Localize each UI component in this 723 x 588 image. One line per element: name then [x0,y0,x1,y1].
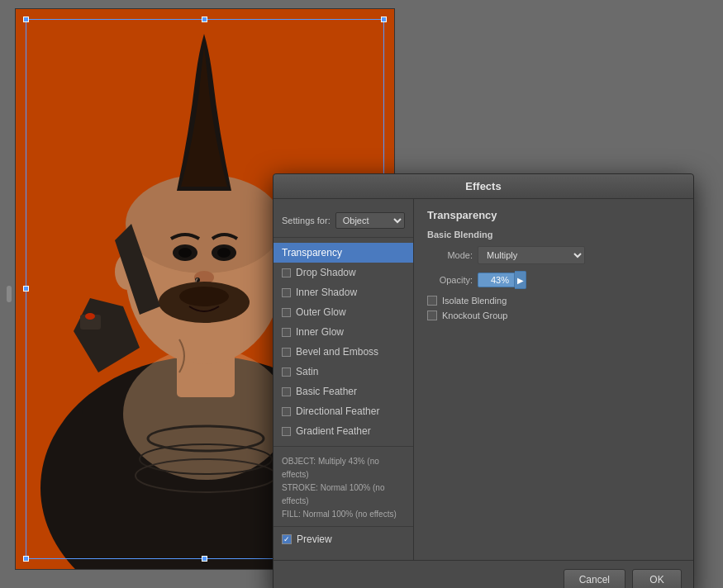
effect-basic-feather[interactable]: Basic Feather [274,382,413,401]
basic-feather-checkbox[interactable] [282,387,291,396]
effect-inner-glow-label: Inner Glow [296,326,344,338]
effect-inner-glow[interactable]: Inner Glow [274,322,413,342]
info-line-1: OBJECT: Multiply 43% (no effects) [282,455,405,481]
drop-shadow-checkbox[interactable] [282,268,291,277]
settings-for-row: Settings for: Object Fill Stroke [274,207,413,238]
settings-for-select[interactable]: Object Fill Stroke [335,212,405,229]
opacity-label: Opacity: [427,275,473,285]
info-line-3: FILL: Normal 100% (no effects) [282,508,405,521]
effect-transparency[interactable]: Transparency [274,243,413,263]
isolate-blending-label: Isolate Blending [442,296,507,306]
effect-directional-feather-label: Directional Feather [296,405,379,417]
opacity-row: Opacity: ▶ [427,271,680,289]
mode-row: Mode: Multiply Normal Screen Overlay Sof… [427,246,680,264]
preview-label: Preview [297,533,332,545]
effect-transparency-label: Transparency [282,247,342,258]
outer-glow-checkbox[interactable] [282,308,291,317]
effects-info: OBJECT: Multiply 43% (no effects) STROKE… [274,446,413,526]
effect-outer-glow[interactable]: Outer Glow [274,302,413,322]
directional-feather-checkbox[interactable] [282,407,291,416]
cancel-button[interactable]: Cancel [564,569,625,588]
knockout-group-row: Knockout Group [427,311,680,320]
dialog-title-text: Effects [465,180,501,192]
inner-shadow-checkbox[interactable] [282,288,291,297]
knockout-group-checkbox[interactable] [427,311,437,320]
mode-label: Mode: [427,250,473,260]
dialog-body: Settings for: Object Fill Stroke Transpa… [274,199,693,560]
panel-handle [7,286,12,302]
panel-title: Transparency [427,209,680,221]
isolate-blending-row: Isolate Blending [427,296,680,306]
opacity-input-wrap: ▶ [478,271,526,289]
effect-outer-glow-label: Outer Glow [296,306,346,318]
effects-right-panel: Transparency Basic Blending Mode: Multip… [414,199,693,560]
dialog-footer: Cancel OK [274,560,693,588]
effects-left-panel: Settings for: Object Fill Stroke Transpa… [274,199,414,560]
effect-inner-shadow[interactable]: Inner Shadow [274,282,413,302]
effect-basic-feather-label: Basic Feather [296,386,357,397]
effect-bevel-emboss-label: Bevel and Emboss [296,346,378,358]
mode-select[interactable]: Multiply Normal Screen Overlay Soft Ligh… [478,246,585,264]
effect-drop-shadow-label: Drop Shadow [296,267,356,278]
opacity-input[interactable] [478,273,515,287]
effect-directional-feather[interactable]: Directional Feather [274,401,413,421]
effects-list: Transparency Drop Shadow Inner Shadow Ou… [274,243,413,441]
settings-for-label: Settings for: [282,216,331,225]
preview-row: Preview [274,526,413,552]
isolate-blending-checkbox[interactable] [427,296,437,306]
effect-bevel-emboss[interactable]: Bevel and Emboss [274,342,413,362]
satin-checkbox[interactable] [282,368,291,377]
preview-checkbox[interactable] [282,534,292,544]
gradient-feather-checkbox[interactable] [282,427,291,436]
ok-button[interactable]: OK [632,569,682,588]
effects-dialog: Effects Settings for: Object Fill Stroke… [273,173,694,588]
knockout-group-label: Knockout Group [442,311,508,320]
effect-inner-shadow-label: Inner Shadow [296,287,357,298]
dialog-title: Effects [274,174,693,199]
opacity-stepper[interactable]: ▶ [515,271,526,289]
effect-drop-shadow[interactable]: Drop Shadow [274,263,413,282]
effect-gradient-feather[interactable]: Gradient Feather [274,421,413,441]
info-line-2: STROKE: Normal 100% (no effects) [282,481,405,508]
effect-satin-label: Satin [296,366,318,377]
bevel-emboss-checkbox[interactable] [282,348,291,357]
inner-glow-checkbox[interactable] [282,328,291,337]
basic-blending-title: Basic Blending [427,230,680,239]
effect-gradient-feather-label: Gradient Feather [296,425,371,437]
effect-satin[interactable]: Satin [274,362,413,382]
